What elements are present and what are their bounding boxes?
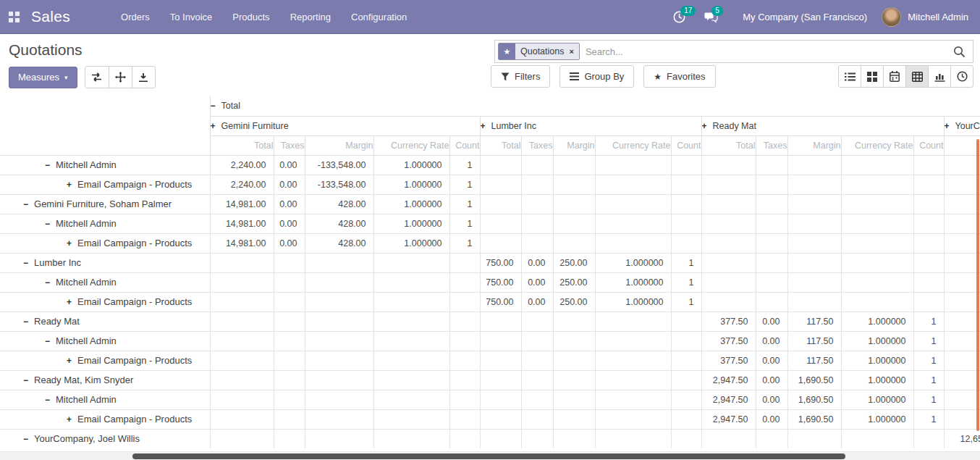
expand-icon[interactable]: + bbox=[702, 121, 707, 131]
pivot-measure-header[interactable]: Total bbox=[210, 135, 274, 155]
pivot-measure-header[interactable]: Total bbox=[701, 135, 756, 155]
pivot-group-header[interactable]: +Ready Mat bbox=[701, 116, 944, 135]
user-menu[interactable]: Mitchell Admin bbox=[908, 12, 968, 22]
user-avatar[interactable] bbox=[882, 7, 901, 27]
collapse-icon[interactable]: − bbox=[23, 199, 28, 209]
pivot-row-header[interactable]: −Lumber Inc bbox=[0, 253, 210, 272]
pivot-cell bbox=[480, 311, 521, 331]
search-input[interactable]: Search... bbox=[586, 46, 953, 57]
pivot-measure-header[interactable]: Total bbox=[480, 135, 521, 155]
search-icon[interactable] bbox=[953, 46, 966, 58]
view-kanban-button[interactable] bbox=[861, 65, 884, 88]
expand-all-button[interactable] bbox=[109, 67, 132, 88]
pivot-cell bbox=[373, 331, 449, 351]
pivot-row-header[interactable]: −Mitchell Admin bbox=[0, 390, 210, 409]
activity-menu-button[interactable]: 17 bbox=[673, 11, 685, 23]
pivot-measure-header[interactable]: Taxes bbox=[521, 135, 553, 155]
view-list-button[interactable] bbox=[838, 65, 861, 88]
pivot-measure-header[interactable]: Currency Rate bbox=[841, 135, 913, 155]
menu-configuration[interactable]: Configuration bbox=[341, 0, 417, 34]
pivot-total-column-header[interactable]: −Total bbox=[210, 96, 980, 116]
pivot-measure-header[interactable]: Margin bbox=[787, 135, 841, 155]
filter-funnel-icon bbox=[501, 72, 510, 81]
expand-icon[interactable]: + bbox=[945, 121, 950, 131]
pivot-row-header[interactable]: +Email Campaign - Products bbox=[0, 292, 210, 311]
messages-menu-button[interactable]: 5 bbox=[704, 11, 718, 23]
pivot-cell: 0.00 bbox=[274, 214, 305, 233]
menu-to-invoice[interactable]: To Invoice bbox=[160, 0, 223, 34]
expand-icon[interactable]: + bbox=[67, 414, 72, 425]
vertical-scrollbar-thumb[interactable] bbox=[976, 139, 979, 431]
expand-icon[interactable]: + bbox=[67, 238, 72, 248]
search-facet-quotations[interactable]: ★ Quotations × bbox=[498, 43, 580, 60]
pivot-cell: 2,240.00 bbox=[210, 155, 274, 175]
filters-button[interactable]: Filters bbox=[491, 65, 550, 88]
view-activity-button[interactable] bbox=[950, 65, 973, 88]
pivot-measure-header[interactable]: Margin bbox=[305, 135, 373, 155]
pivot-row-header[interactable]: +Email Campaign - Products bbox=[0, 175, 210, 194]
pivot-row-header[interactable]: +Email Campaign - Products bbox=[0, 233, 210, 253]
view-calendar-button[interactable] bbox=[883, 65, 906, 88]
company-switcher[interactable]: My Company (San Francisco) bbox=[743, 12, 867, 22]
pivot-cell: 377.50 bbox=[701, 331, 756, 351]
pivot-row-header[interactable]: −Mitchell Admin bbox=[0, 331, 210, 351]
pivot-measure-header[interactable]: Currency Rate bbox=[373, 135, 449, 155]
pivot-row-header[interactable]: +Email Campaign - Products bbox=[0, 351, 210, 370]
expand-icon[interactable]: + bbox=[67, 180, 72, 190]
apps-menu-icon[interactable] bbox=[9, 12, 20, 22]
expand-icon[interactable]: + bbox=[67, 297, 72, 307]
view-pivot-button[interactable] bbox=[905, 65, 929, 88]
expand-icon[interactable]: + bbox=[67, 356, 72, 366]
collapse-icon[interactable]: − bbox=[23, 317, 28, 327]
flip-axis-button[interactable] bbox=[85, 67, 109, 88]
pivot-row-header[interactable]: −Mitchell Admin bbox=[0, 155, 210, 175]
pivot-measure-header[interactable]: Margin bbox=[553, 135, 595, 155]
expand-icon[interactable]: + bbox=[211, 121, 216, 131]
pivot-measure-header[interactable]: Taxes bbox=[274, 135, 305, 155]
pivot-measure-header[interactable]: Currency Rate bbox=[595, 135, 671, 155]
collapse-icon[interactable]: − bbox=[23, 375, 28, 385]
collapse-icon[interactable]: − bbox=[45, 277, 50, 288]
pivot-row-header[interactable]: −YourCompany, Joel Willis bbox=[0, 429, 210, 448]
pivot-row-header[interactable]: −Ready Mat, Kim Snyder bbox=[0, 370, 210, 390]
menu-orders[interactable]: Orders bbox=[111, 0, 160, 34]
pivot-row-header[interactable]: −Mitchell Admin bbox=[0, 214, 210, 233]
favorites-button[interactable]: ★ Favorites bbox=[643, 65, 715, 88]
collapse-icon[interactable]: − bbox=[23, 434, 28, 444]
pivot-cell bbox=[671, 331, 701, 351]
group-by-button[interactable]: Group By bbox=[559, 65, 634, 88]
pivot-cell bbox=[595, 429, 671, 448]
view-graph-button[interactable] bbox=[928, 65, 951, 88]
expand-icon[interactable]: + bbox=[481, 121, 486, 131]
pivot-measure-header[interactable]: Count bbox=[449, 135, 480, 155]
pivot-cell bbox=[787, 233, 841, 253]
pivot-row-header[interactable]: −Ready Mat bbox=[0, 311, 210, 331]
collapse-icon[interactable]: − bbox=[45, 219, 50, 229]
pivot-group-header[interactable]: +Lumber Inc bbox=[480, 116, 701, 135]
pivot-row-header[interactable]: −Mitchell Admin bbox=[0, 272, 210, 292]
arrows-expand-icon bbox=[115, 72, 126, 83]
menu-reporting[interactable]: Reporting bbox=[280, 0, 341, 34]
app-brand[interactable]: Sales bbox=[31, 8, 70, 25]
pivot-row-header[interactable]: −Gemini Furniture, Soham Palmer bbox=[0, 194, 210, 214]
menu-products[interactable]: Products bbox=[222, 0, 279, 34]
collapse-icon[interactable]: − bbox=[45, 336, 50, 346]
measures-button[interactable]: Measures ▾ bbox=[9, 67, 77, 88]
collapse-icon[interactable]: − bbox=[45, 160, 50, 170]
download-xlsx-button[interactable] bbox=[132, 67, 155, 88]
pivot-group-header[interactable]: +Gemini Furniture bbox=[210, 116, 480, 135]
pivot-measure-header[interactable]: Total bbox=[944, 135, 980, 155]
horizontal-scrollbar-thumb[interactable] bbox=[132, 453, 845, 459]
collapse-icon[interactable]: − bbox=[45, 395, 50, 405]
collapse-icon[interactable]: − bbox=[23, 258, 28, 268]
facet-close-icon[interactable]: × bbox=[569, 47, 573, 56]
collapse-icon[interactable]: − bbox=[211, 101, 216, 111]
search-bar[interactable]: ★ Quotations × Search... bbox=[494, 40, 973, 63]
pivot-measure-header[interactable]: Taxes bbox=[756, 135, 787, 155]
pivot-group-header[interactable]: +YourCompany bbox=[944, 116, 980, 135]
pivot-measure-header[interactable]: Count bbox=[671, 135, 701, 155]
pivot-measure-header[interactable]: Count bbox=[913, 135, 944, 155]
pivot-cell: 2,947.50 bbox=[701, 390, 756, 409]
pivot-cell bbox=[274, 292, 305, 311]
pivot-row-header[interactable]: +Email Campaign - Products bbox=[0, 409, 210, 429]
